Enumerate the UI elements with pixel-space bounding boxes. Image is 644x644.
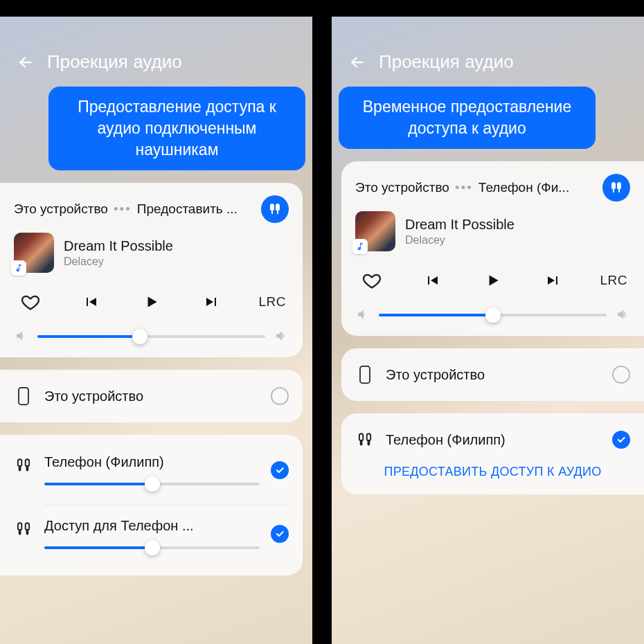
now-playing-card: Это устройство ••• Телефон (Фи... [341,161,644,336]
earbuds-icon [14,456,33,475]
previous-icon[interactable] [418,268,446,293]
track-artist: Delacey [405,234,630,247]
svg-rect-1 [360,366,370,384]
radio-unselected-icon[interactable] [612,366,630,384]
next-icon[interactable] [539,268,567,293]
track-title: Dream It Possible [64,238,289,254]
lyrics-button[interactable]: LRC [258,294,286,310]
this-device-card: Это устройство [341,348,644,401]
music-app-badge-icon [353,240,367,253]
play-icon[interactable] [479,268,507,293]
this-device-row[interactable]: Это устройство [14,382,289,410]
next-icon[interactable] [198,289,226,314]
album-art[interactable] [355,211,395,251]
earbuds-icon [14,519,33,539]
check-selected-icon[interactable] [612,431,630,449]
radio-unselected-icon[interactable] [271,387,289,405]
share-target-label: Предоставить ... [137,202,238,217]
page-title: Проекция аудио [379,51,514,73]
volume-row [14,324,289,345]
volume-low-icon[interactable] [14,329,29,344]
track-row: Dream It Possible Delacey [14,233,289,273]
this-device-row[interactable]: Это устройство [355,361,630,388]
svg-rect-0 [19,388,28,405]
callout-label: Предоставление доступа к аудио подключен… [48,87,305,170]
track-title: Dream It Possible [405,217,630,233]
page-title: Проекция аудио [47,51,182,73]
paired-device-label: Доступ для Телефон ... [44,518,260,534]
back-arrow-icon[interactable] [17,53,35,71]
device-volume-slider[interactable] [44,476,260,492]
this-device-card: Это устройство [0,370,303,422]
phone-frame [322,0,644,17]
check-selected-icon[interactable] [271,525,289,543]
header: Проекция аудио [332,51,644,87]
volume-slider[interactable] [37,328,265,345]
earbuds-badge-icon[interactable] [602,174,630,202]
music-app-badge-icon [12,261,26,275]
check-selected-icon[interactable] [271,461,289,479]
device-volume-slider[interactable] [44,539,260,556]
track-artist: Delacey [64,256,289,268]
volume-row [355,303,630,323]
lyrics-button[interactable]: LRC [600,273,627,288]
playback-controls: LRC [355,264,630,303]
previous-icon[interactable] [77,289,105,314]
now-playing-card: Это устройство ••• Предоставить ... [0,183,303,357]
dots-separator: ••• [455,180,473,195]
earbuds-icon [355,430,375,449]
play-icon[interactable] [138,289,166,314]
phone-left: Проекция аудио Предоставление доступа к … [0,0,322,644]
phone-icon [14,386,33,406]
paired-device-label: Телефон (Филипп) [386,432,601,448]
this-device-label: Это устройство [14,202,108,217]
paired-device-label: Телефон (Филипп) [44,454,260,470]
album-art[interactable] [14,233,54,273]
volume-slider[interactable] [379,307,607,323]
favorite-icon[interactable] [358,268,386,293]
earbuds-badge-icon[interactable] [261,195,289,223]
this-device-label: Это устройство [355,180,449,195]
back-arrow-icon[interactable] [348,53,366,71]
share-target-label: Телефон (Фи... [478,180,569,195]
paired-devices-card: Телефон (Филипп) ПРЕДОСТАВИТЬ ДОСТУП К А… [341,413,644,494]
favorite-icon[interactable] [17,289,44,314]
share-audio-row[interactable]: Это устройство ••• Предоставить ... [14,195,289,223]
playback-controls: LRC [14,285,289,324]
dots-separator: ••• [114,202,132,217]
share-audio-row[interactable]: Это устройство ••• Телефон (Фи... [355,174,630,202]
volume-high-icon[interactable] [615,307,630,323]
phone-right: Проекция аудио Временное предоставление … [322,0,644,644]
phone-frame [0,0,322,17]
device-label: Это устройство [44,388,260,404]
paired-device-row[interactable]: Телефон (Филипп) [355,426,630,454]
share-audio-button[interactable]: ПРЕДОСТАВИТЬ ДОСТУП К АУДИО [355,454,630,482]
phone-icon [355,365,375,384]
device-label: Это устройство [386,367,601,383]
paired-device-row[interactable]: Доступ для Телефон ... [14,511,289,563]
callout-label: Временное предоставление доступа к аудио [339,87,596,149]
paired-devices-card: Телефон (Филипп) [0,435,303,575]
divider [44,505,289,506]
header: Проекция аудио [0,51,312,87]
volume-high-icon[interactable] [274,329,289,344]
track-row: Dream It Possible Delacey [355,211,630,251]
paired-device-row[interactable]: Телефон (Филипп) [14,447,289,499]
volume-low-icon[interactable] [355,307,370,323]
